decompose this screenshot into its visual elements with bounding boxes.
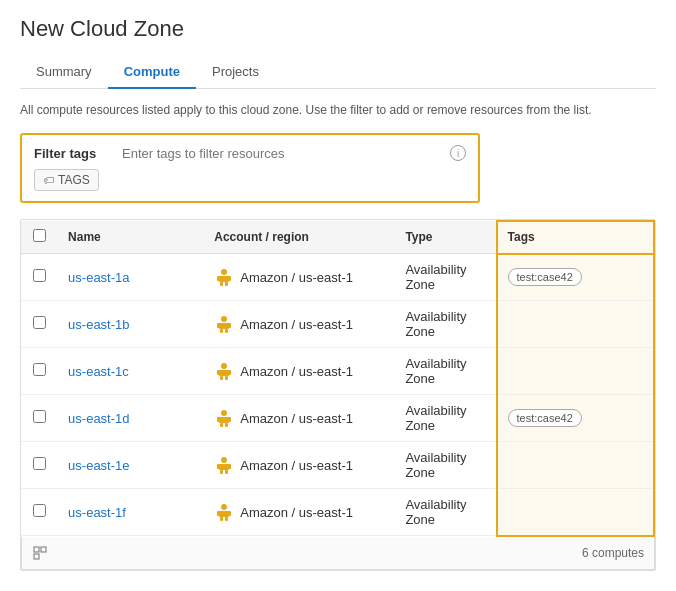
- aws-icon: [214, 502, 234, 522]
- page-container: New Cloud Zone Summary Compute Projects …: [0, 0, 676, 587]
- table-row: us-east-1d Amazon / us-east-1Availabilit…: [21, 395, 654, 442]
- row-checkbox[interactable]: [33, 410, 46, 423]
- tag-icon: 🏷: [43, 174, 54, 186]
- th-tags: Tags: [497, 221, 654, 254]
- row-checkbox[interactable]: [33, 457, 46, 470]
- aws-icon: [214, 361, 234, 381]
- th-checkbox: [21, 221, 58, 254]
- svg-rect-20: [217, 417, 220, 422]
- row-name[interactable]: us-east-1f: [58, 489, 204, 536]
- svg-point-6: [221, 316, 227, 322]
- row-account-text: Amazon / us-east-1: [240, 458, 353, 473]
- row-checkbox-cell: [21, 348, 58, 395]
- row-name[interactable]: us-east-1d: [58, 395, 204, 442]
- svg-rect-38: [34, 554, 39, 559]
- row-account: Amazon / us-east-1: [204, 442, 395, 489]
- row-checkbox-cell: [21, 442, 58, 489]
- svg-rect-8: [217, 323, 220, 328]
- row-account-text: Amazon / us-east-1: [240, 270, 353, 285]
- tags-button[interactable]: 🏷 TAGS: [34, 169, 99, 191]
- page-title: New Cloud Zone: [20, 16, 656, 42]
- tab-projects[interactable]: Projects: [196, 56, 275, 89]
- svg-rect-1: [219, 276, 229, 282]
- svg-point-18: [221, 410, 227, 416]
- table-row: us-east-1f Amazon / us-east-1Availabilit…: [21, 489, 654, 536]
- svg-rect-22: [220, 423, 223, 427]
- aws-icon: [214, 314, 234, 334]
- footer-count: 6 computes: [582, 546, 644, 560]
- tab-compute[interactable]: Compute: [108, 56, 196, 89]
- svg-rect-19: [219, 417, 229, 423]
- row-checkbox-cell: [21, 395, 58, 442]
- row-tags: [497, 348, 654, 395]
- row-checkbox[interactable]: [33, 363, 46, 376]
- svg-point-30: [221, 504, 227, 510]
- th-type: Type: [395, 221, 496, 254]
- page-description: All compute resources listed apply to th…: [20, 101, 656, 119]
- row-name[interactable]: us-east-1a: [58, 254, 204, 301]
- svg-rect-9: [228, 323, 231, 328]
- svg-point-24: [221, 457, 227, 463]
- row-tags: [497, 489, 654, 536]
- row-account: Amazon / us-east-1: [204, 489, 395, 536]
- svg-rect-17: [225, 376, 228, 380]
- row-account-text: Amazon / us-east-1: [240, 317, 353, 332]
- compute-table-wrapper: Name Account / region Type Tags us-east-…: [20, 219, 656, 571]
- row-tags: test:case42: [497, 395, 654, 442]
- row-type: Availability Zone: [395, 301, 496, 348]
- svg-rect-13: [219, 370, 229, 376]
- svg-rect-26: [217, 464, 220, 469]
- svg-rect-34: [220, 517, 223, 521]
- th-name: Name: [58, 221, 204, 254]
- svg-rect-14: [217, 370, 220, 375]
- row-tags: [497, 442, 654, 489]
- footer-icon: [32, 545, 48, 561]
- table-header-row: Name Account / region Type Tags: [21, 221, 654, 254]
- row-name[interactable]: us-east-1b: [58, 301, 204, 348]
- filter-input[interactable]: [122, 146, 442, 161]
- svg-rect-21: [228, 417, 231, 422]
- table-footer: 6 computes: [21, 537, 655, 570]
- filter-tags-box: Filter tags i 🏷 TAGS: [20, 133, 480, 203]
- table-row: us-east-1e Amazon / us-east-1Availabilit…: [21, 442, 654, 489]
- svg-rect-28: [220, 470, 223, 474]
- svg-rect-11: [225, 329, 228, 333]
- svg-rect-29: [225, 470, 228, 474]
- row-checkbox[interactable]: [33, 269, 46, 282]
- row-account-text: Amazon / us-east-1: [240, 505, 353, 520]
- row-account: Amazon / us-east-1: [204, 395, 395, 442]
- row-name[interactable]: us-east-1c: [58, 348, 204, 395]
- filter-input-row: Filter tags i: [34, 145, 466, 161]
- info-icon[interactable]: i: [450, 145, 466, 161]
- svg-rect-5: [225, 282, 228, 286]
- table-row: us-east-1c Amazon / us-east-1Availabilit…: [21, 348, 654, 395]
- svg-rect-33: [228, 511, 231, 516]
- row-name[interactable]: us-east-1e: [58, 442, 204, 489]
- svg-rect-32: [217, 511, 220, 516]
- svg-rect-2: [217, 276, 220, 281]
- svg-rect-27: [228, 464, 231, 469]
- tag-badge: test:case42: [508, 409, 582, 427]
- row-checkbox-cell: [21, 254, 58, 301]
- svg-point-12: [221, 363, 227, 369]
- row-tags: test:case42: [497, 254, 654, 301]
- svg-rect-23: [225, 423, 228, 427]
- row-type: Availability Zone: [395, 348, 496, 395]
- svg-rect-36: [34, 547, 39, 552]
- row-account: Amazon / us-east-1: [204, 254, 395, 301]
- row-checkbox-cell: [21, 489, 58, 536]
- select-all-checkbox[interactable]: [33, 229, 46, 242]
- tags-button-label: TAGS: [58, 173, 90, 187]
- row-checkbox[interactable]: [33, 504, 46, 517]
- svg-rect-37: [41, 547, 46, 552]
- tag-badge: test:case42: [508, 268, 582, 286]
- svg-rect-4: [220, 282, 223, 286]
- svg-rect-25: [219, 464, 229, 470]
- row-checkbox[interactable]: [33, 316, 46, 329]
- row-checkbox-cell: [21, 301, 58, 348]
- row-type: Availability Zone: [395, 254, 496, 301]
- table-row: us-east-1b Amazon / us-east-1Availabilit…: [21, 301, 654, 348]
- tab-summary[interactable]: Summary: [20, 56, 108, 89]
- aws-icon: [214, 455, 234, 475]
- aws-icon: [214, 408, 234, 428]
